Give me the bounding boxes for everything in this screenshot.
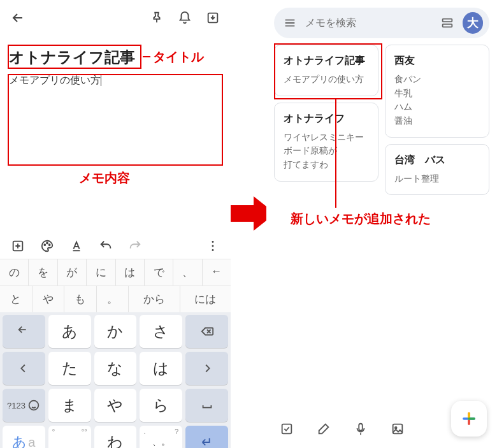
key-enter[interactable]	[185, 426, 228, 448]
key-reverse[interactable]	[3, 315, 45, 348]
highlight-connector	[335, 99, 336, 208]
ime-suggestion[interactable]: で	[145, 259, 173, 285]
key-punct[interactable]: .? 、。 !	[140, 426, 182, 448]
svg-rect-12	[282, 424, 292, 434]
key-small[interactable]: °°° 大⇔小	[48, 426, 91, 448]
note-card[interactable]: オトナライフワイヤレスミニキーボード原稿が 打てますわ	[274, 103, 378, 182]
note-card-body: 食パン 牛乳 ハム 醤油	[394, 73, 480, 128]
note-title[interactable]: オトナライフ記事	[9, 47, 141, 68]
svg-point-2	[44, 244, 45, 245]
svg-point-3	[47, 243, 48, 244]
key-backspace[interactable]	[185, 315, 228, 348]
svg-rect-13	[359, 424, 363, 431]
key-a[interactable]: あ	[48, 315, 91, 348]
note-card-body: メモアプリの使い方	[284, 73, 369, 87]
svg-rect-10	[443, 19, 452, 22]
view-toggle-icon[interactable]	[440, 15, 455, 31]
editor-toolbar	[0, 0, 231, 36]
note-body-text: メモアプリの使い方	[9, 75, 101, 85]
pin-icon[interactable]	[149, 10, 164, 25]
undo-icon[interactable]	[98, 238, 113, 254]
ime-suggestion[interactable]: と	[0, 286, 32, 312]
note-card-body: ルート整理	[394, 172, 480, 186]
palette-icon[interactable]	[40, 238, 55, 254]
key-left[interactable]	[3, 352, 45, 385]
note-card-title: 台湾 バス	[394, 154, 480, 167]
key-na[interactable]: な	[94, 352, 137, 385]
svg-point-8	[29, 401, 39, 410]
annotation-added: 新しいメモが追加された	[291, 210, 431, 228]
archive-icon[interactable]	[205, 10, 220, 25]
ime-suggestion-row-1: のをがにはで、←	[0, 259, 231, 285]
image-icon[interactable]	[390, 421, 405, 437]
ime-suggestion[interactable]: も	[64, 286, 96, 312]
text-caret	[101, 75, 101, 86]
search-input[interactable]	[305, 17, 433, 29]
more-icon[interactable]	[205, 238, 220, 254]
key-space[interactable]	[185, 389, 228, 422]
note-body[interactable]: メモアプリの使い方	[9, 74, 222, 163]
key-ha[interactable]: は	[140, 352, 182, 385]
text-format-icon[interactable]	[69, 238, 84, 254]
key-symbols[interactable]: ?123	[3, 389, 45, 422]
key-ya[interactable]: や	[94, 389, 137, 422]
ime-suggestion[interactable]: が	[58, 259, 86, 285]
key-sa[interactable]: さ	[140, 315, 182, 348]
svg-point-4	[49, 244, 50, 245]
key-right[interactable]	[185, 352, 228, 385]
ime-suggestion[interactable]: は	[116, 259, 144, 285]
note-card-title: オトナライフ記事	[284, 54, 369, 68]
note-card[interactable]: 西友食パン 牛乳 ハム 醤油	[385, 45, 489, 138]
mic-icon[interactable]	[353, 421, 368, 437]
soft-keyboard: あ か さ た な は ?123	[0, 312, 231, 448]
svg-point-6	[212, 245, 214, 247]
new-note-fab[interactable]	[451, 401, 487, 437]
svg-point-15	[395, 427, 397, 429]
brush-icon[interactable]	[316, 421, 331, 437]
ime-suggestion[interactable]: の	[0, 259, 28, 285]
note-card-body: ワイヤレスミニキーボード原稿が 打てますわ	[284, 131, 369, 172]
annotation-title: タイトル	[153, 48, 204, 66]
account-avatar[interactable]: 大	[463, 12, 483, 34]
svg-point-7	[212, 249, 214, 251]
ime-suggestion-row-2: とやも。からには	[0, 285, 231, 312]
editor-screen: オトナライフ記事 メモアプリの使い方 タイトル メモ内容	[0, 0, 231, 448]
note-card[interactable]: オトナライフ記事メモアプリの使い方	[274, 45, 378, 96]
reminder-icon[interactable]	[177, 10, 192, 25]
add-box-icon[interactable]	[10, 238, 25, 254]
ime-suggestion[interactable]: や	[32, 286, 64, 312]
key-ka[interactable]: か	[94, 315, 137, 348]
svg-point-5	[212, 241, 214, 243]
key-input-mode[interactable]: あa	[3, 426, 45, 448]
ime-suggestion[interactable]: を	[29, 259, 57, 285]
redo-icon	[127, 238, 143, 254]
key-ma[interactable]: ま	[48, 389, 91, 422]
ime-suggestion[interactable]: 。	[97, 286, 129, 312]
back-icon[interactable]	[10, 10, 25, 25]
notes-list-screen: 大 オトナライフ記事メモアプリの使い方オトナライフワイヤレスミニキーボード原稿が…	[266, 0, 497, 448]
search-bar[interactable]: 大	[274, 8, 489, 38]
ime-suggestion[interactable]: 、	[173, 259, 201, 285]
highlight-title-tick	[143, 56, 150, 57]
svg-rect-14	[393, 424, 403, 434]
ime-suggestion[interactable]: に	[87, 259, 115, 285]
note-card-title: 西友	[394, 54, 480, 68]
svg-rect-11	[443, 24, 452, 27]
ime-suggestion[interactable]: には	[180, 286, 231, 312]
ime-suggestion[interactable]: ←	[203, 259, 231, 285]
key-ta[interactable]: た	[48, 352, 91, 385]
key-wa[interactable]: わ	[94, 426, 137, 448]
checkbox-icon[interactable]	[279, 421, 294, 437]
format-toolbar	[0, 233, 231, 259]
key-ra[interactable]: ら	[140, 389, 182, 422]
menu-icon[interactable]	[283, 15, 298, 31]
note-card[interactable]: 台湾 バスルート整理	[385, 144, 489, 196]
note-card-title: オトナライフ	[284, 112, 369, 126]
ime-suggestion[interactable]: から	[129, 286, 179, 312]
